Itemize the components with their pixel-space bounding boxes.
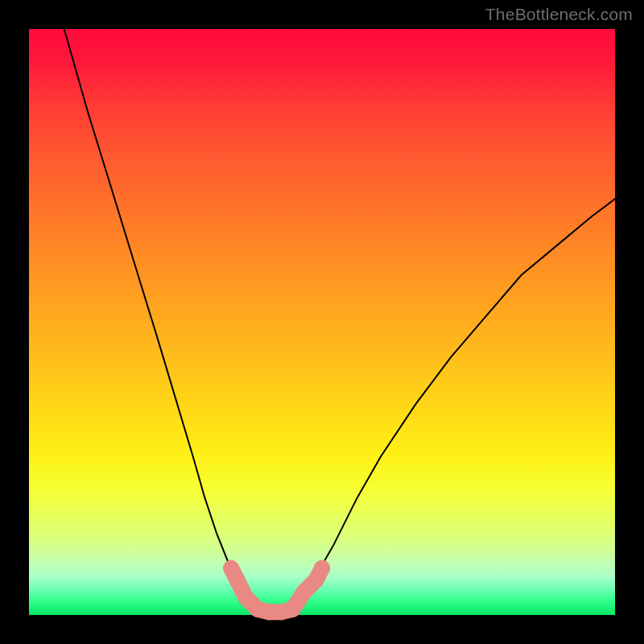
curve-layer <box>64 29 615 612</box>
plot-area <box>29 29 615 615</box>
right-curve <box>287 199 615 609</box>
chart-svg <box>29 29 615 615</box>
valley-marker-1 <box>229 572 245 588</box>
valley-marker-7 <box>296 584 312 600</box>
valley-marker-6 <box>285 601 301 617</box>
valley-marker-2 <box>237 589 254 605</box>
valley-marker-9 <box>314 560 330 576</box>
left-curve <box>64 29 287 612</box>
chart-frame: TheBottleneck.com <box>0 0 644 644</box>
watermark-text: TheBottleneck.com <box>485 5 633 24</box>
marker-layer <box>223 560 330 621</box>
